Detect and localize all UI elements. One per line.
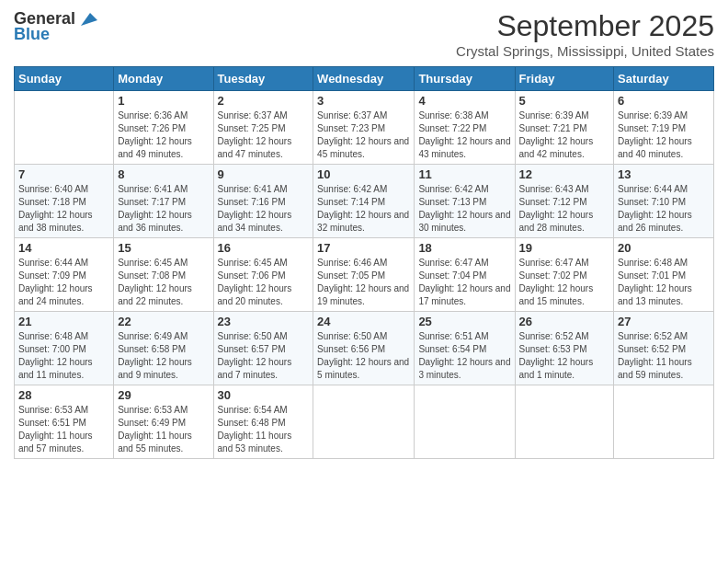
- day-number: 13: [618, 167, 710, 181]
- day-info: Sunrise: 6:47 AMSunset: 7:04 PMDaylight:…: [418, 257, 510, 308]
- calendar-cell: 21Sunrise: 6:48 AMSunset: 7:00 PMDayligh…: [15, 312, 114, 385]
- weekday-header: Sunday: [15, 67, 114, 91]
- calendar-cell: 26Sunrise: 6:52 AMSunset: 6:53 PMDayligh…: [515, 312, 614, 385]
- day-number: 1: [118, 94, 209, 108]
- calendar-cell: [313, 385, 415, 459]
- day-info: Sunrise: 6:54 AMSunset: 6:48 PMDaylight:…: [218, 404, 310, 455]
- day-number: 21: [18, 315, 109, 328]
- calendar-cell: 14Sunrise: 6:44 AMSunset: 7:09 PMDayligh…: [15, 238, 114, 312]
- weekday-header: Thursday: [415, 67, 515, 91]
- svg-marker-0: [81, 13, 97, 26]
- logo-blue: Blue: [14, 25, 50, 44]
- calendar-header-row: SundayMondayTuesdayWednesdayThursdayFrid…: [15, 67, 714, 91]
- weekday-header: Friday: [515, 67, 614, 91]
- calendar-cell: 13Sunrise: 6:44 AMSunset: 7:10 PMDayligh…: [614, 165, 714, 238]
- day-number: 17: [317, 241, 410, 255]
- calendar-cell: 24Sunrise: 6:50 AMSunset: 6:56 PMDayligh…: [313, 312, 415, 385]
- day-number: 25: [418, 315, 510, 328]
- day-number: 8: [118, 167, 209, 181]
- day-info: Sunrise: 6:38 AMSunset: 7:22 PMDaylight:…: [418, 109, 510, 161]
- day-info: Sunrise: 6:50 AMSunset: 6:57 PMDaylight:…: [218, 330, 310, 382]
- day-info: Sunrise: 6:42 AMSunset: 7:14 PMDaylight:…: [317, 183, 410, 235]
- day-info: Sunrise: 6:37 AMSunset: 7:25 PMDaylight:…: [218, 109, 310, 161]
- day-number: 3: [317, 94, 410, 108]
- day-info: Sunrise: 6:44 AMSunset: 7:10 PMDaylight:…: [618, 183, 710, 235]
- day-number: 15: [118, 241, 209, 255]
- day-info: Sunrise: 6:43 AMSunset: 7:12 PMDaylight:…: [519, 183, 610, 235]
- day-info: Sunrise: 6:51 AMSunset: 6:54 PMDaylight:…: [418, 330, 510, 382]
- day-info: Sunrise: 6:40 AMSunset: 7:18 PMDaylight:…: [18, 183, 109, 235]
- calendar-cell: 16Sunrise: 6:45 AMSunset: 7:06 PMDayligh…: [213, 238, 313, 312]
- calendar-week-row: 28Sunrise: 6:53 AMSunset: 6:51 PMDayligh…: [15, 385, 714, 459]
- weekday-header: Wednesday: [313, 67, 415, 91]
- calendar-cell: 1Sunrise: 6:36 AMSunset: 7:26 PMDaylight…: [114, 91, 213, 165]
- day-number: 27: [618, 315, 710, 328]
- calendar-cell: [515, 385, 614, 459]
- calendar-cell: 8Sunrise: 6:41 AMSunset: 7:17 PMDaylight…: [114, 165, 213, 238]
- day-info: Sunrise: 6:39 AMSunset: 7:19 PMDaylight:…: [618, 109, 710, 161]
- calendar-cell: 15Sunrise: 6:45 AMSunset: 7:08 PMDayligh…: [114, 238, 213, 312]
- weekday-header: Monday: [114, 67, 213, 91]
- calendar-cell: [614, 385, 714, 459]
- day-number: 10: [317, 167, 410, 181]
- calendar-cell: 9Sunrise: 6:41 AMSunset: 7:16 PMDaylight…: [213, 165, 313, 238]
- day-info: Sunrise: 6:48 AMSunset: 7:01 PMDaylight:…: [618, 257, 710, 308]
- calendar-cell: 30Sunrise: 6:54 AMSunset: 6:48 PMDayligh…: [213, 385, 313, 459]
- day-number: 16: [218, 241, 310, 255]
- calendar-week-row: 1Sunrise: 6:36 AMSunset: 7:26 PMDaylight…: [15, 91, 714, 165]
- day-number: 29: [118, 388, 209, 402]
- page: General Blue September 2025 Crystal Spri…: [0, 0, 728, 563]
- day-number: 30: [218, 388, 310, 402]
- title-area: September 2025 Crystal Springs, Mississi…: [456, 9, 714, 59]
- day-info: Sunrise: 6:53 AMSunset: 6:49 PMDaylight:…: [118, 404, 209, 455]
- day-number: 7: [18, 167, 109, 181]
- calendar-cell: 12Sunrise: 6:43 AMSunset: 7:12 PMDayligh…: [515, 165, 614, 238]
- day-number: 20: [618, 241, 710, 255]
- calendar-cell: 28Sunrise: 6:53 AMSunset: 6:51 PMDayligh…: [15, 385, 114, 459]
- day-number: 18: [418, 241, 510, 255]
- day-number: 9: [218, 167, 310, 181]
- day-number: 24: [317, 315, 410, 328]
- day-number: 26: [519, 315, 610, 328]
- day-info: Sunrise: 6:50 AMSunset: 6:56 PMDaylight:…: [317, 330, 410, 382]
- calendar-cell: 11Sunrise: 6:42 AMSunset: 7:13 PMDayligh…: [415, 165, 515, 238]
- day-number: 23: [218, 315, 310, 328]
- day-info: Sunrise: 6:46 AMSunset: 7:05 PMDaylight:…: [317, 257, 410, 308]
- day-number: 4: [418, 94, 510, 108]
- day-info: Sunrise: 6:48 AMSunset: 7:00 PMDaylight:…: [18, 330, 109, 382]
- day-info: Sunrise: 6:37 AMSunset: 7:23 PMDaylight:…: [317, 109, 410, 161]
- day-info: Sunrise: 6:42 AMSunset: 7:13 PMDaylight:…: [418, 183, 510, 235]
- day-number: 19: [519, 241, 610, 255]
- calendar-week-row: 14Sunrise: 6:44 AMSunset: 7:09 PMDayligh…: [15, 238, 714, 312]
- day-info: Sunrise: 6:52 AMSunset: 6:52 PMDaylight:…: [618, 330, 710, 382]
- day-info: Sunrise: 6:49 AMSunset: 6:58 PMDaylight:…: [118, 330, 209, 382]
- day-info: Sunrise: 6:45 AMSunset: 7:06 PMDaylight:…: [218, 257, 310, 308]
- day-info: Sunrise: 6:41 AMSunset: 7:16 PMDaylight:…: [218, 183, 310, 235]
- day-number: 22: [118, 315, 209, 328]
- calendar-week-row: 21Sunrise: 6:48 AMSunset: 7:00 PMDayligh…: [15, 312, 714, 385]
- calendar-cell: 2Sunrise: 6:37 AMSunset: 7:25 PMDaylight…: [213, 91, 313, 165]
- calendar-cell: 17Sunrise: 6:46 AMSunset: 7:05 PMDayligh…: [313, 238, 415, 312]
- day-number: 2: [218, 94, 310, 108]
- calendar-cell: 22Sunrise: 6:49 AMSunset: 6:58 PMDayligh…: [114, 312, 213, 385]
- header: General Blue September 2025 Crystal Spri…: [14, 9, 714, 59]
- day-number: 6: [618, 94, 710, 108]
- day-info: Sunrise: 6:41 AMSunset: 7:17 PMDaylight:…: [118, 183, 209, 235]
- day-info: Sunrise: 6:45 AMSunset: 7:08 PMDaylight:…: [118, 257, 209, 308]
- weekday-header: Tuesday: [213, 67, 313, 91]
- calendar-cell: [15, 91, 114, 165]
- day-info: Sunrise: 6:53 AMSunset: 6:51 PMDaylight:…: [18, 404, 109, 455]
- day-number: 12: [519, 167, 610, 181]
- day-info: Sunrise: 6:36 AMSunset: 7:26 PMDaylight:…: [118, 109, 209, 161]
- calendar-cell: 18Sunrise: 6:47 AMSunset: 7:04 PMDayligh…: [415, 238, 515, 312]
- calendar-cell: 6Sunrise: 6:39 AMSunset: 7:19 PMDaylight…: [614, 91, 714, 165]
- weekday-header: Saturday: [614, 67, 714, 91]
- day-info: Sunrise: 6:52 AMSunset: 6:53 PMDaylight:…: [519, 330, 610, 382]
- calendar-cell: 10Sunrise: 6:42 AMSunset: 7:14 PMDayligh…: [313, 165, 415, 238]
- logo-icon: [77, 11, 97, 28]
- calendar-cell: 29Sunrise: 6:53 AMSunset: 6:49 PMDayligh…: [114, 385, 213, 459]
- day-number: 14: [18, 241, 109, 255]
- day-info: Sunrise: 6:44 AMSunset: 7:09 PMDaylight:…: [18, 257, 109, 308]
- main-title: September 2025: [456, 9, 714, 43]
- calendar-week-row: 7Sunrise: 6:40 AMSunset: 7:18 PMDaylight…: [15, 165, 714, 238]
